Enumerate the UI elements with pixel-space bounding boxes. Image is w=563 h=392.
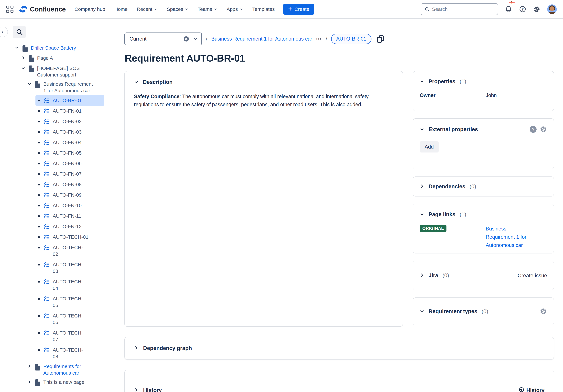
chevron-right-icon[interactable] xyxy=(134,346,139,351)
chevron-right-icon[interactable] xyxy=(420,184,424,189)
add-external-property-button[interactable]: Add xyxy=(420,141,439,153)
page-icon xyxy=(34,379,40,386)
settings-button[interactable] xyxy=(533,6,540,13)
bullet-dot xyxy=(38,247,40,248)
app-switcher-icon[interactable] xyxy=(6,6,13,13)
nav-company-hub[interactable]: Company hub xyxy=(75,6,105,12)
requirement-item[interactable]: AUTO-FN-02 xyxy=(36,116,104,127)
requirement-item[interactable]: AUTO-FN-09 xyxy=(36,190,104,200)
requirement-item[interactable]: AUTO-TECH-05 xyxy=(36,293,104,311)
current-requirement-pill[interactable]: AUTO-BR-01 xyxy=(331,34,371,44)
chevron-down-icon[interactable] xyxy=(420,127,424,132)
breadcrumb-separator: / xyxy=(326,36,327,42)
nav-apps[interactable]: Apps xyxy=(227,6,243,12)
bullet-dot xyxy=(38,205,40,207)
chevron-down-icon[interactable] xyxy=(193,37,198,41)
version-selector-value: Current xyxy=(129,36,146,42)
requirement-item[interactable]: AUTO-FN-03 xyxy=(36,127,104,137)
gear-icon[interactable] xyxy=(539,308,547,315)
requirement-item[interactable]: AUTO-FN-07 xyxy=(36,169,104,179)
requirement-item[interactable]: AUTO-TECH-06 xyxy=(36,311,104,328)
help-icon[interactable]: ? xyxy=(530,126,537,133)
chevron-right-icon[interactable] xyxy=(134,388,139,392)
external-properties-header[interactable]: External properties ? xyxy=(420,126,547,133)
history-action[interactable]: History xyxy=(518,387,544,392)
requirement-item[interactable]: AUTO-TECH-02 xyxy=(36,242,104,259)
chevron-down-icon[interactable] xyxy=(420,309,424,314)
global-search[interactable] xyxy=(421,3,498,15)
tree-item-page-a[interactable]: Page A xyxy=(3,53,108,64)
requirement-item[interactable]: AUTO-TECH-08 xyxy=(36,345,104,362)
bullet-dot xyxy=(38,349,40,351)
dependencies-panel[interactable]: Dependencies (0) xyxy=(413,176,554,196)
navbar-right: 1 ? xyxy=(421,3,557,15)
primary-nav: Company hub Home Recent Spaces Teams App… xyxy=(75,6,275,12)
page-icon xyxy=(28,65,34,73)
requirement-item[interactable]: AUTO-TECH-03 xyxy=(36,259,104,276)
properties-header[interactable]: Properties (1) xyxy=(420,78,547,85)
requirement-item[interactable]: AUTO-FN-05 xyxy=(36,148,104,158)
requirement-checklist-icon xyxy=(43,223,50,230)
breadcrumb-page-link[interactable]: Business Requirement 1 for Autonomous ca… xyxy=(211,36,312,42)
chevron-right-icon[interactable] xyxy=(420,273,424,278)
tree-item-business-requirement[interactable]: Business Requirement 1 for Autonomous ca… xyxy=(3,79,108,95)
requirement-label: AUTO-TECH-06 xyxy=(53,313,88,326)
page-link[interactable]: Business Requirement 1 for Autonomous ca… xyxy=(486,225,535,249)
requirement-item[interactable]: AUTO-TECH-01 xyxy=(36,232,104,242)
breadcrumb-more-icon[interactable]: ••• xyxy=(316,37,322,41)
history-icon xyxy=(518,387,524,392)
chevron-right-icon[interactable] xyxy=(21,56,26,60)
clear-version-icon[interactable] xyxy=(183,36,190,42)
requirement-item[interactable]: AUTO-FN-06 xyxy=(36,158,104,169)
chevron-down-icon[interactable] xyxy=(134,80,139,84)
gear-icon[interactable] xyxy=(539,126,547,133)
search-input[interactable] xyxy=(432,6,494,12)
nav-recent[interactable]: Recent xyxy=(137,6,158,12)
nav-teams[interactable]: Teams xyxy=(198,6,217,12)
tree-item-requirements-page[interactable]: Requirements for Autonomous car xyxy=(3,362,108,378)
requirement-item[interactable]: AUTO-TECH-04 xyxy=(36,276,104,293)
tree-item-new-page[interactable]: This is a new page xyxy=(3,378,108,388)
requirement-item[interactable]: AUTO-TECH-07 xyxy=(36,328,104,345)
requirement-item[interactable]: AUTO-FN-11 xyxy=(36,211,104,221)
bullet-dot xyxy=(38,142,40,144)
requirement-item[interactable]: AUTO-BR-01 xyxy=(36,95,104,106)
requirement-checklist-icon xyxy=(43,108,50,114)
chevron-down-icon[interactable] xyxy=(27,82,33,86)
chevron-down-icon[interactable] xyxy=(420,79,424,84)
version-selector[interactable]: Current xyxy=(124,32,202,45)
user-avatar[interactable] xyxy=(547,4,557,14)
create-button[interactable]: + Create xyxy=(283,4,314,15)
requirement-item[interactable]: AUTO-FN-04 xyxy=(36,137,104,148)
requirement-item[interactable]: AUTO-FN-10 xyxy=(36,200,104,211)
page-links-header[interactable]: Page links (1) xyxy=(420,211,547,218)
chevron-down-icon xyxy=(240,7,243,11)
nav-spaces[interactable]: Spaces xyxy=(167,6,188,12)
nav-home[interactable]: Home xyxy=(115,6,128,12)
create-issue-button[interactable]: Create issue xyxy=(518,273,547,279)
requirement-label: AUTO-FN-08 xyxy=(53,181,82,188)
chevron-right-icon[interactable] xyxy=(27,364,33,368)
notifications-button[interactable]: 1 xyxy=(505,6,512,13)
jira-panel: Jira (0) Create issue xyxy=(413,261,554,290)
chevron-right-icon[interactable] xyxy=(27,380,33,384)
top-navbar: Confluence Company hub Home Recent Space… xyxy=(0,0,563,19)
description-header[interactable]: Description xyxy=(134,79,394,85)
requirement-item[interactable]: AUTO-FN-01 xyxy=(36,106,104,116)
confluence-logo[interactable]: Confluence xyxy=(18,5,66,13)
requirement-label: AUTO-FN-01 xyxy=(53,108,82,114)
help-button[interactable]: ? xyxy=(519,6,526,13)
copy-icon[interactable] xyxy=(376,35,384,43)
sidebar-search-button[interactable] xyxy=(13,26,26,39)
chevron-down-icon[interactable] xyxy=(420,212,424,217)
bullet-dot xyxy=(38,215,40,217)
chevron-down-icon[interactable] xyxy=(21,66,26,70)
tree-item-space-home[interactable]: Driller Space Battery xyxy=(3,43,108,53)
requirement-item[interactable]: AUTO-FN-12 xyxy=(36,221,104,232)
tree-item-homepage-sos[interactable]: [HOMEPAGE] SOS Customer support xyxy=(3,64,108,79)
chevron-down-icon[interactable] xyxy=(15,46,20,50)
nav-templates[interactable]: Templates xyxy=(252,6,275,12)
requirement-item[interactable]: AUTO-FN-08 xyxy=(36,179,104,190)
dependency-graph-panel[interactable]: Dependency graph xyxy=(124,337,554,360)
bell-icon xyxy=(505,6,512,13)
